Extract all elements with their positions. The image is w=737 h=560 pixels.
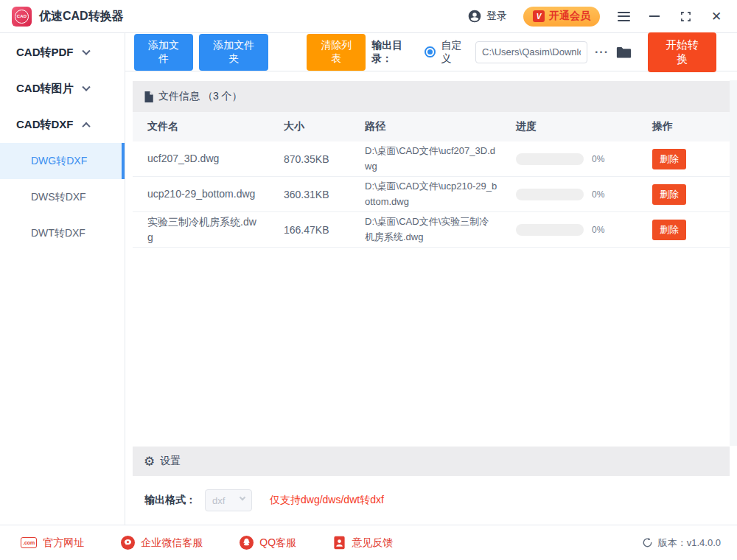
- table-row: 实验三制冷机房系统.dwg 166.47KB D:\桌面\CAD文件\实验三制冷…: [133, 212, 730, 248]
- minimize-button[interactable]: [647, 9, 662, 24]
- login-button[interactable]: 登录: [467, 9, 507, 24]
- wechat-support-link[interactable]: 企业微信客服: [121, 536, 203, 550]
- feedback-link[interactable]: 意见反馈: [333, 536, 393, 550]
- output-dir-label: 输出目录：: [371, 39, 419, 66]
- table-header: 文件名 大小 路径 进度 操作: [133, 112, 730, 141]
- sidebar-group-cad-to-dxf[interactable]: CAD转DXF: [0, 107, 125, 143]
- chevron-down-icon: [240, 494, 245, 500]
- sidebar-group-label: CAD转PDF: [16, 46, 74, 60]
- official-site-link[interactable]: .com 官方网址: [21, 536, 84, 550]
- table-row: ucf207_3D.dwg 870.35KB D:\桌面\CAD文件\ucf20…: [133, 141, 730, 177]
- sidebar-item-dwt-to-dxf[interactable]: DWT转DXF: [0, 215, 125, 251]
- file-size: 870.35KB: [284, 153, 365, 165]
- qq-support-link[interactable]: QQ客服: [240, 536, 296, 550]
- sidebar-group-cad-to-pdf[interactable]: CAD转PDF: [0, 35, 125, 71]
- version-label: 版本：v1.4.0.0: [658, 536, 721, 550]
- file-name: 实验三制冷机房系统.dwg: [147, 214, 284, 245]
- progress-bar: [516, 224, 584, 236]
- footer: .com 官方网址 企业微信客服 QQ客服 意见反馈 版本：v1.4.0.0: [0, 525, 737, 560]
- wechat-support-label: 企业微信客服: [141, 536, 203, 550]
- custom-radio-label: 自定义: [441, 39, 470, 66]
- file-name: ucf207_3D.dwg: [147, 151, 284, 166]
- sidebar-group-cad-to-image[interactable]: CAD转图片: [0, 71, 125, 107]
- empty-list-area: [133, 248, 730, 447]
- delete-button[interactable]: 删除: [652, 220, 686, 240]
- delete-button[interactable]: 删除: [652, 184, 686, 205]
- col-size: 大小: [284, 120, 365, 133]
- sidebar-item-dwg-to-dxf[interactable]: DWG转DXF: [0, 143, 125, 179]
- close-icon: ✕: [711, 10, 722, 23]
- maximize-icon: [680, 11, 691, 22]
- login-label: 登录: [486, 10, 507, 23]
- format-select[interactable]: dxf: [205, 489, 252, 511]
- col-path: 路径: [365, 120, 516, 133]
- delete-button[interactable]: 删除: [652, 149, 686, 169]
- content: 文件信息 （3 个） 文件名 大小 路径 进度 操作 ucf207_3D.dwg…: [125, 71, 737, 525]
- browse-button[interactable]: ···: [593, 46, 610, 59]
- official-site-label: 官方网址: [43, 536, 84, 550]
- clear-list-button[interactable]: 清除列表: [307, 34, 366, 71]
- col-progress: 进度: [516, 120, 652, 133]
- settings-header: ⚙ 设置: [133, 447, 730, 476]
- file-info-title: 文件信息 （3 个）: [158, 90, 242, 103]
- sidebar-group-label: CAD转图片: [16, 82, 74, 96]
- open-folder-button[interactable]: [616, 46, 632, 59]
- progress-percent: 0%: [592, 154, 604, 164]
- output-format-label: 输出格式：: [144, 494, 196, 507]
- file-size: 360.31KB: [284, 189, 365, 200]
- output-format-row: 输出格式： dxf 仅支持dwg/dws/dwt转dxf: [133, 476, 730, 525]
- menu-button[interactable]: [616, 9, 631, 24]
- sidebar-item-dws-to-dxf[interactable]: DWS转DXF: [0, 179, 125, 215]
- file-path: D:\桌面\CAD文件\ucf207_3D.dwg: [365, 144, 516, 175]
- sidebar: CAD转PDF CAD转图片 CAD转DXF DWG转DXF DWS转DXF D…: [0, 33, 125, 525]
- close-button[interactable]: ✕: [709, 9, 724, 24]
- folder-icon: [616, 46, 632, 59]
- settings-title: 设置: [160, 455, 181, 468]
- vip-icon: V: [533, 10, 545, 22]
- table-row: ucp210-29_bottom.dwg 360.31KB D:\桌面\CAD文…: [133, 177, 730, 212]
- app-title: 优速CAD转换器: [39, 9, 124, 24]
- app-logo-icon: CAD: [12, 7, 32, 27]
- minimize-icon: [649, 15, 660, 17]
- file-path: D:\桌面\CAD文件\ucp210-29_bottom.dwg: [365, 179, 516, 210]
- file-path: D:\桌面\CAD文件\实验三制冷机房系统.dwg: [365, 214, 516, 245]
- chevron-down-icon: [82, 46, 90, 55]
- app-window: CAD 优速CAD转换器 登录 V 开通会员 ✕: [0, 0, 737, 560]
- vip-label: 开通会员: [549, 10, 590, 23]
- hamburger-icon: [618, 12, 630, 21]
- scrollbar-gutter[interactable]: [730, 80, 737, 446]
- vip-upgrade-button[interactable]: V 开通会员: [523, 7, 600, 27]
- qq-icon: [240, 536, 254, 550]
- output-path-input[interactable]: [475, 41, 587, 63]
- progress-bar: [516, 189, 584, 200]
- user-icon: [467, 9, 482, 24]
- col-action: 操作: [652, 120, 730, 133]
- version-info: 版本：v1.4.0.0: [642, 536, 721, 550]
- toolbar: 添加文件 添加文件夹 清除列表 输出目录： 自定义 ··· 开始转换: [125, 33, 737, 71]
- start-convert-button[interactable]: 开始转换: [648, 32, 716, 72]
- main-area: 添加文件 添加文件夹 清除列表 输出目录： 自定义 ··· 开始转换: [125, 33, 737, 525]
- file-name: ucp210-29_bottom.dwg: [147, 186, 284, 201]
- progress-percent: 0%: [592, 225, 604, 235]
- website-icon: .com: [21, 537, 37, 548]
- file-info-header: 文件信息 （3 个）: [133, 81, 730, 112]
- gear-icon: ⚙: [144, 455, 155, 468]
- feedback-icon: [333, 536, 346, 550]
- custom-radio[interactable]: [425, 46, 435, 57]
- progress-bar: [516, 153, 584, 165]
- progress-percent: 0%: [592, 189, 604, 200]
- qq-support-label: QQ客服: [259, 536, 296, 550]
- file-size: 166.47KB: [284, 224, 365, 236]
- maximize-button[interactable]: [678, 9, 693, 24]
- add-file-button[interactable]: 添加文件: [134, 34, 193, 71]
- file-icon: [144, 91, 153, 102]
- sidebar-group-label: CAD转DXF: [16, 118, 74, 132]
- wechat-icon: [121, 536, 135, 550]
- format-select-value: dxf: [212, 495, 225, 506]
- refresh-icon: [642, 537, 653, 548]
- chevron-down-icon: [82, 83, 90, 91]
- app-logo-text: CAD: [15, 10, 29, 24]
- add-folder-button[interactable]: 添加文件夹: [199, 34, 268, 71]
- chevron-up-icon: [82, 122, 90, 130]
- titlebar: CAD 优速CAD转换器 登录 V 开通会员 ✕: [0, 0, 737, 33]
